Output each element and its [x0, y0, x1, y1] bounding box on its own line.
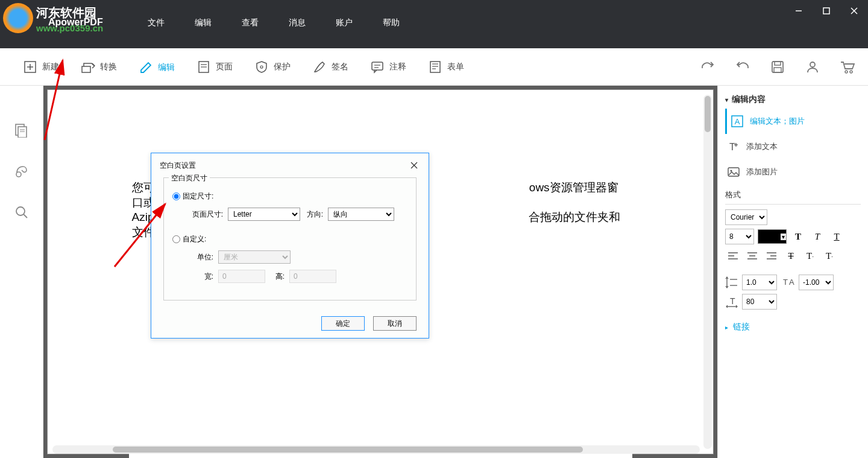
select-page-size[interactable]: Letter — [228, 208, 300, 221]
dialog-ok-button[interactable]: 确定 — [321, 316, 365, 331]
line-height-select[interactable]: 1.0 — [742, 275, 777, 290]
panel-item-add-image[interactable]: 添加图片 — [725, 159, 861, 185]
image-icon — [727, 165, 740, 179]
svg-rect-15 — [430, 62, 440, 72]
app-logo-icon — [3, 3, 33, 33]
align-center-button[interactable] — [744, 248, 760, 264]
left-sidebar — [0, 86, 43, 458]
panel-item-edit-text-image-label: 编辑文本；图片 — [750, 116, 805, 127]
svg-point-23 — [845, 71, 848, 73]
toolbar-page[interactable]: 页面 — [186, 55, 244, 79]
window-close[interactable] — [840, 0, 868, 22]
menu-file[interactable]: 文件 — [133, 17, 180, 28]
svg-text:T: T — [783, 278, 788, 287]
underline-button[interactable]: T — [829, 229, 844, 244]
line-height-icon — [725, 276, 738, 289]
label-orientation: 方向: — [305, 209, 323, 220]
app-name: ApowerPDF — [48, 17, 103, 28]
undo-icon[interactable] — [734, 59, 751, 75]
user-icon[interactable] — [804, 59, 821, 75]
panel-item-add-image-label: 添加图片 — [746, 167, 778, 177]
page-icon — [197, 60, 211, 74]
vertical-scrollbar[interactable] — [703, 95, 712, 449]
horizontal-scrollbar[interactable] — [52, 445, 700, 454]
menu-account[interactable]: 账户 — [321, 17, 368, 28]
font-size-select[interactable]: 8 — [725, 229, 754, 244]
svg-point-30 — [16, 207, 25, 215]
page-size-fieldset: 空白页尺寸 固定尺寸: 页面尺寸: Letter 方向: 纵向 自定义: 单位:… — [163, 177, 417, 301]
dialog-close-button[interactable] — [408, 159, 420, 171]
toolbar-form[interactable]: 表单 — [417, 55, 475, 79]
panel-header-edit-content-label: 编辑内容 — [732, 94, 766, 105]
toolbar-sign-label: 签名 — [332, 62, 348, 72]
cart-icon[interactable] — [839, 59, 856, 75]
scale-icon: T — [725, 296, 738, 308]
toolbar-convert-label: 转换 — [100, 62, 117, 72]
radio-custom-size[interactable] — [172, 235, 180, 243]
toolbar-protect[interactable]: 保护 — [244, 55, 301, 79]
fieldset-legend: 空白页尺寸 — [169, 173, 210, 183]
blank-page-settings-dialog: 空白页设置 空白页尺寸 固定尺寸: 页面尺寸: Letter 方向: 纵向 自定… — [151, 153, 429, 339]
menu-edit[interactable]: 编辑 — [180, 17, 227, 28]
scale-select[interactable]: 80 — [742, 294, 777, 310]
svg-line-31 — [24, 214, 27, 218]
expand-arrow-icon: ▸ — [725, 324, 728, 331]
superscript-button[interactable]: T- — [802, 248, 818, 264]
panel-header-link[interactable]: ▸ 链接 — [725, 313, 861, 341]
toolbar-edit[interactable]: 编辑 — [128, 56, 186, 89]
window-maximize[interactable] — [813, 0, 840, 22]
svg-point-11 — [260, 66, 263, 68]
bookmark-icon[interactable] — [13, 163, 30, 180]
label-width: 宽: — [187, 272, 213, 282]
window-minimize[interactable] — [785, 0, 813, 22]
select-orientation[interactable]: 纵向 — [328, 208, 394, 221]
new-icon — [23, 60, 37, 74]
toolbar: 新建 转换 编辑 页面 保护 签名 注释 表单 — [0, 48, 868, 86]
toolbar-new[interactable]: 新建 — [12, 55, 70, 79]
char-spacing-icon: TA — [781, 276, 795, 288]
radio-fixed-size[interactable] — [172, 192, 180, 200]
toolbar-form-label: 表单 — [447, 62, 464, 72]
menubar: 河东软件园 www.pc0359.cn ApowerPDF 文件 编辑 查看 消… — [0, 0, 868, 48]
form-icon — [428, 60, 442, 74]
panel-header-edit-content[interactable]: ▾ 编辑内容 — [725, 91, 861, 109]
panel-link-label: 链接 — [733, 322, 750, 332]
font-select[interactable]: Courier — [725, 209, 767, 225]
svg-text:A: A — [789, 278, 794, 287]
menu-view[interactable]: 查看 — [227, 17, 274, 28]
svg-point-22 — [810, 62, 815, 67]
save-icon[interactable] — [769, 59, 786, 75]
svg-rect-12 — [372, 62, 383, 70]
thumbnails-icon[interactable] — [13, 122, 30, 139]
edit-icon — [139, 60, 153, 75]
menu-help[interactable]: 帮助 — [368, 17, 415, 28]
toolbar-edit-label: 编辑 — [158, 62, 175, 73]
search-icon[interactable] — [13, 204, 30, 221]
align-left-button[interactable] — [725, 248, 741, 264]
panel-item-edit-text-image[interactable]: A 编辑文本；图片 — [725, 109, 861, 134]
align-right-button[interactable] — [764, 248, 779, 264]
svg-rect-21 — [774, 68, 781, 72]
svg-rect-37 — [728, 168, 739, 176]
redo-icon[interactable] — [699, 59, 716, 75]
char-spacing-select[interactable]: -1.00 — [799, 275, 834, 290]
bold-button[interactable]: T — [790, 229, 806, 244]
svg-point-24 — [850, 71, 852, 73]
panel-item-add-text[interactable]: T 添加文本 — [725, 134, 861, 159]
toolbar-protect-label: 保护 — [274, 62, 291, 72]
svg-text:T: T — [730, 296, 735, 306]
svg-rect-20 — [775, 62, 781, 65]
toolbar-page-label: 页面 — [216, 62, 233, 72]
menu-message[interactable]: 消息 — [274, 17, 321, 28]
toolbar-new-label: 新建 — [42, 62, 59, 72]
strikethrough-button[interactable]: T — [783, 248, 799, 264]
dialog-cancel-button[interactable]: 取消 — [373, 316, 417, 331]
toolbar-sign[interactable]: 签名 — [301, 55, 359, 79]
toolbar-convert[interactable]: 转换 — [70, 55, 128, 79]
font-color-swatch[interactable] — [758, 229, 787, 244]
subscript-button[interactable]: T- — [822, 248, 837, 264]
italic-button[interactable]: T — [810, 229, 825, 244]
label-page-size: 页面尺寸: — [187, 209, 223, 220]
toolbar-comment-label: 注释 — [389, 62, 406, 72]
toolbar-comment[interactable]: 注释 — [359, 55, 417, 79]
